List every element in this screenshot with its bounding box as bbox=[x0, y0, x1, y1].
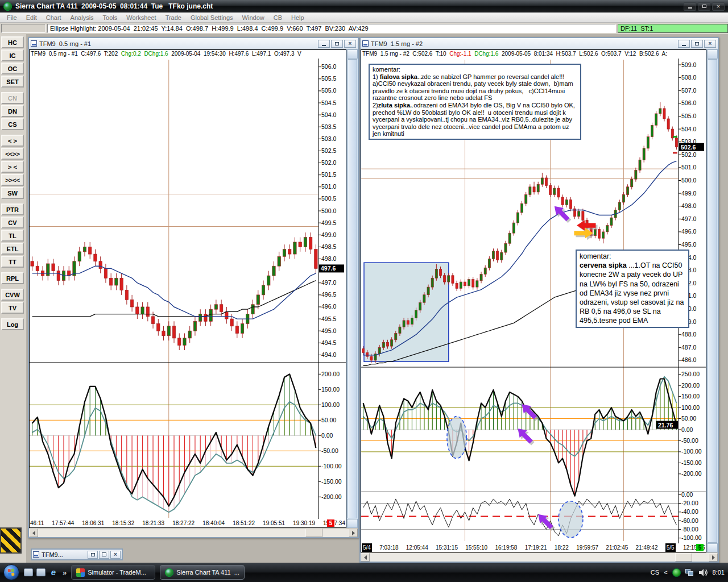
svg-text:-80.00: -80.00 bbox=[681, 526, 698, 533]
menu-item-global-settings[interactable]: Global Settings bbox=[186, 14, 238, 21]
close-icon[interactable]: × bbox=[110, 551, 121, 559]
scroll-thumb[interactable] bbox=[708, 59, 717, 543]
sidebar-button-tt[interactable]: TT bbox=[1, 256, 24, 268]
minimize-icon[interactable] bbox=[678, 40, 690, 48]
sidebar-button-oc[interactable]: OC bbox=[1, 63, 24, 74]
taskbar-button-sierra-chart-ta-411[interactable]: Sierra Chart TA 411 ... bbox=[160, 565, 245, 580]
chart-2-horizontal-scrollbar[interactable] bbox=[361, 552, 718, 562]
menu-item-analysis[interactable]: Analysis bbox=[66, 14, 98, 21]
quick-launch-bar: e bbox=[24, 568, 58, 577]
svg-text:496.0: 496.0 bbox=[321, 303, 336, 310]
scroll-down-icon[interactable] bbox=[707, 543, 718, 552]
chart-window-2-titlebar[interactable]: TFM9 1.5 rng - #2 × bbox=[361, 38, 718, 49]
menu-item-cb[interactable]: CB bbox=[269, 14, 287, 21]
task-buttons: Simulator - TradeM...Sierra Chart TA 411… bbox=[71, 565, 245, 580]
sierra-tray-icon[interactable] bbox=[672, 568, 681, 577]
text-segment: TFM9 0.5 rng - #1 C:497.6 T:202 bbox=[31, 51, 121, 57]
svg-text:496.5: 496.5 bbox=[321, 291, 336, 298]
sidebar-button-item[interactable]: > < bbox=[1, 161, 24, 173]
sidebar-button-hc[interactable]: HC bbox=[1, 36, 24, 48]
scroll-left-icon[interactable] bbox=[361, 553, 370, 562]
chevron-left-icon[interactable]: < bbox=[664, 569, 667, 576]
language-indicator[interactable]: CS bbox=[651, 569, 659, 576]
speaker-icon[interactable] bbox=[698, 568, 708, 577]
chart-1-vertical-scrollbar[interactable] bbox=[346, 49, 358, 528]
scroll-right-icon[interactable] bbox=[349, 529, 358, 537]
time-labels: 5/47:03:1812:05:4415:31:1515:55:1016:19:… bbox=[361, 543, 706, 552]
restore-icon[interactable] bbox=[331, 40, 343, 48]
scroll-down-icon[interactable] bbox=[347, 519, 358, 528]
sidebar-button-cvw[interactable]: CVW bbox=[1, 289, 24, 301]
menu-item-trade[interactable]: Trade bbox=[161, 14, 186, 21]
sidebar-button-cv[interactable]: CV bbox=[1, 217, 24, 228]
sidebar-button-dn[interactable]: DN bbox=[1, 105, 24, 117]
menu-item-edit[interactable]: Edit bbox=[22, 14, 42, 21]
minimize-icon[interactable] bbox=[684, 2, 696, 11]
sidebar-button-cn[interactable]: CN bbox=[1, 92, 24, 104]
menu-item-window[interactable]: Window bbox=[238, 14, 269, 21]
app-titlebar: Sierra Chart TA 411 2009-05-05 08:01:44 … bbox=[0, 0, 728, 13]
svg-text:487.0: 487.0 bbox=[681, 344, 696, 351]
minimized-window[interactable]: TFM9... × bbox=[31, 548, 123, 560]
sidebar-button-set[interactable]: SET bbox=[1, 76, 24, 88]
sidebar-button-tl[interactable]: TL bbox=[1, 230, 24, 242]
svg-text:-150.00: -150.00 bbox=[321, 478, 342, 485]
sidebar-button-ptr[interactable]: PTR bbox=[1, 203, 24, 215]
close-icon[interactable]: × bbox=[712, 2, 725, 11]
scroll-thumb[interactable] bbox=[675, 553, 692, 562]
sidebar-button-item[interactable]: >><< bbox=[1, 174, 24, 186]
left-chart-canvas[interactable]: 506.0505.5505.0504.5504.0503.5503.0502.5… bbox=[30, 59, 346, 519]
maximize-icon[interactable] bbox=[99, 551, 109, 559]
start-button[interactable] bbox=[3, 564, 19, 580]
svg-text:502.6: 502.6 bbox=[681, 144, 696, 151]
menu-item-tools[interactable]: Tools bbox=[98, 14, 122, 21]
svg-text:499.0: 499.0 bbox=[681, 190, 696, 197]
close-icon[interactable]: × bbox=[704, 40, 716, 48]
scroll-up-icon[interactable] bbox=[707, 49, 718, 59]
sidebar-button-sw[interactable]: SW bbox=[1, 187, 24, 199]
sidebar-button-etl[interactable]: ETL bbox=[1, 243, 24, 255]
sidebar-button-rpl[interactable]: RPL bbox=[1, 272, 24, 284]
svg-text:-100.00: -100.00 bbox=[321, 463, 342, 469]
scroll-thumb[interactable] bbox=[348, 59, 357, 518]
sidebar-button-log[interactable]: Log bbox=[1, 318, 24, 330]
sidebar-button-ic[interactable]: IC bbox=[1, 49, 24, 61]
show-desktop-icon[interactable] bbox=[24, 568, 33, 576]
sidebar-button-cs[interactable]: CS bbox=[1, 118, 24, 130]
text-segment: zluta sipka. bbox=[378, 102, 412, 109]
menu-item-file[interactable]: File bbox=[2, 14, 22, 21]
svg-text:507.0: 507.0 bbox=[681, 87, 696, 94]
sidebar-button-tv[interactable]: TV bbox=[1, 302, 24, 314]
replay-speed-badge: 5 bbox=[696, 544, 704, 551]
text-segment: Chg:-1.1 bbox=[449, 51, 471, 57]
restore-icon[interactable] bbox=[88, 551, 98, 559]
menu-item-chart[interactable]: Chart bbox=[42, 14, 66, 21]
restore-icon[interactable] bbox=[691, 40, 703, 48]
menu-item-worksheet[interactable]: Worksheet bbox=[122, 14, 160, 21]
restore-icon[interactable] bbox=[698, 2, 710, 11]
svg-text:-100.00: -100.00 bbox=[681, 534, 702, 541]
clock[interactable]: 8:01 bbox=[713, 569, 725, 576]
svg-text:494.0: 494.0 bbox=[321, 351, 336, 358]
scroll-left-icon[interactable] bbox=[29, 529, 38, 537]
sidebar-button-item[interactable]: <<>> bbox=[1, 148, 24, 160]
sidebar-button-item[interactable]: < > bbox=[1, 135, 24, 147]
chevron-right-icon[interactable]: » bbox=[63, 568, 67, 577]
scroll-right-icon[interactable] bbox=[709, 553, 718, 562]
window-switcher-icon[interactable] bbox=[36, 568, 46, 576]
chart-1-horizontal-scrollbar[interactable] bbox=[29, 528, 358, 537]
svg-text:200.00: 200.00 bbox=[321, 371, 340, 377]
chart-window-1-titlebar[interactable]: TFM9 0.5 rng - #1 × bbox=[29, 38, 358, 49]
taskbar-button-simulator-tradem[interactable]: Simulator - TradeM... bbox=[71, 565, 155, 580]
network-icon[interactable] bbox=[685, 569, 694, 576]
svg-text:150.00: 150.00 bbox=[321, 386, 340, 393]
internet-explorer-icon[interactable]: e bbox=[49, 568, 58, 577]
scroll-up-icon[interactable] bbox=[347, 49, 358, 59]
menu-item-help[interactable]: Help bbox=[287, 14, 309, 21]
chart-2-vertical-scrollbar[interactable] bbox=[706, 49, 718, 552]
scroll-thumb[interactable] bbox=[305, 529, 322, 537]
minimize-icon[interactable] bbox=[318, 40, 330, 48]
taskbar-button-label: Sierra Chart TA 411 ... bbox=[176, 569, 239, 576]
time-label: 46:11 bbox=[30, 519, 44, 527]
close-icon[interactable]: × bbox=[344, 40, 356, 48]
